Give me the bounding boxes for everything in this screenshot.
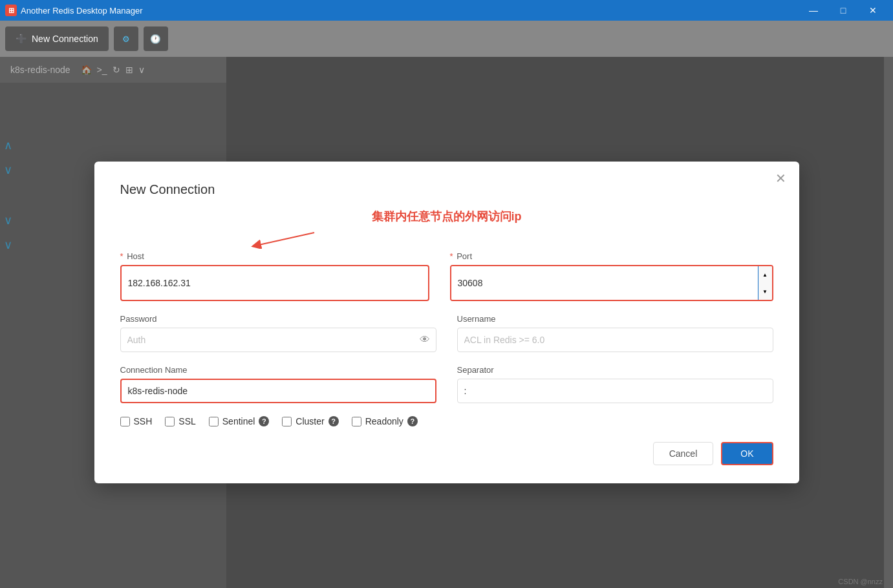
connection-name-separator-row: Connection Name Separator [120, 365, 773, 403]
history-button[interactable]: 🕐 [144, 26, 168, 51]
annotation-arrow [250, 229, 379, 249]
cluster-checkbox-label[interactable]: Cluster ? [282, 416, 338, 426]
separator-input[interactable] [457, 379, 773, 403]
sentinel-checkbox-label[interactable]: Sentinel ? [209, 416, 270, 426]
host-port-row: * Host * Port ▲ [120, 251, 773, 301]
app-icon: ⊞ [5, 5, 17, 16]
close-button[interactable]: ✕ [858, 0, 888, 21]
cluster-label: Cluster [296, 416, 324, 426]
plus-icon: ➕ [16, 34, 27, 44]
ok-button[interactable]: OK [721, 442, 773, 465]
sentinel-checkbox[interactable] [209, 417, 219, 426]
settings-icon: ⚙ [122, 34, 130, 44]
sentinel-label: Sentinel [222, 416, 255, 426]
toolbar: ➕ New Connection ⚙ 🕐 [0, 21, 893, 57]
ssh-checkbox-label[interactable]: SSH [120, 416, 153, 426]
readonly-checkbox[interactable] [352, 417, 361, 426]
password-input[interactable] [120, 328, 436, 352]
connection-name-label: Connection Name [120, 365, 436, 375]
new-connection-dialog: New Connection ✕ 集群内任意节点的外网访问ip [94, 162, 799, 483]
username-group: Username [457, 314, 773, 352]
modal-overlay: New Connection ✕ 集群内任意节点的外网访问ip [0, 57, 893, 588]
host-input[interactable] [128, 278, 422, 288]
password-username-row: Password 👁 Username [120, 314, 773, 352]
maximize-button[interactable]: □ [828, 0, 858, 21]
ssl-checkbox-label[interactable]: SSL [165, 416, 195, 426]
ssh-checkbox[interactable] [120, 417, 130, 426]
window-controls: — □ ✕ [799, 0, 888, 21]
port-spinners: ▲ ▼ [758, 266, 772, 300]
dialog-close-button[interactable]: ✕ [775, 172, 786, 185]
host-label: * Host [120, 251, 429, 261]
port-label: * Port [450, 251, 773, 261]
separator-group: Separator [457, 365, 773, 403]
port-decrement-button[interactable]: ▼ [759, 283, 772, 300]
readonly-label: Readonly [365, 416, 403, 426]
dialog-footer: Cancel OK [120, 442, 773, 465]
ssl-label: SSL [178, 416, 195, 426]
new-connection-label: New Connection [32, 34, 98, 44]
readonly-checkbox-label[interactable]: Readonly ? [352, 416, 418, 426]
main-area: k8s-redis-node 🏠 >_ ↻ ⊞ ∨ ∧ ∨ ∨ ∨ New Co… [0, 57, 893, 588]
dialog-title: New Connection [120, 182, 773, 197]
cluster-checkbox[interactable] [282, 417, 292, 426]
svg-line-1 [256, 233, 314, 246]
minimize-button[interactable]: — [799, 0, 828, 21]
port-increment-button[interactable]: ▲ [759, 266, 772, 283]
title-bar: ⊞ Another Redis Desktop Manager — □ ✕ [0, 0, 893, 21]
password-toggle-icon[interactable]: 👁 [420, 334, 430, 346]
host-input-wrapper [120, 265, 429, 301]
username-input[interactable] [457, 328, 773, 352]
username-label: Username [457, 314, 773, 324]
cluster-help-icon[interactable]: ? [328, 416, 339, 426]
separator-label: Separator [457, 365, 773, 375]
annotation-text: 集群内任意节点的外网访问ip [372, 210, 522, 223]
new-connection-button[interactable]: ➕ New Connection [5, 26, 109, 51]
app-title: Another Redis Desktop Manager [21, 6, 799, 16]
connection-name-input[interactable] [128, 386, 429, 396]
clock-icon: 🕐 [150, 34, 161, 44]
connection-name-group: Connection Name [120, 365, 436, 403]
checkbox-row: SSH SSL Sentinel ? Cluster ? [120, 416, 773, 426]
ssl-checkbox[interactable] [165, 417, 175, 426]
connection-name-wrapper [120, 379, 436, 403]
readonly-help-icon[interactable]: ? [407, 416, 418, 426]
host-group: * Host [120, 251, 429, 301]
port-input-wrapper: ▲ ▼ [450, 265, 773, 301]
port-group: * Port ▲ ▼ [450, 251, 773, 301]
password-wrapper: 👁 [120, 328, 436, 352]
cancel-button[interactable]: Cancel [653, 442, 714, 465]
settings-button[interactable]: ⚙ [114, 26, 138, 51]
password-label: Password [120, 314, 436, 324]
password-group: Password 👁 [120, 314, 436, 352]
ssh-label: SSH [134, 416, 153, 426]
sentinel-help-icon[interactable]: ? [259, 416, 269, 426]
port-input[interactable] [451, 266, 758, 300]
